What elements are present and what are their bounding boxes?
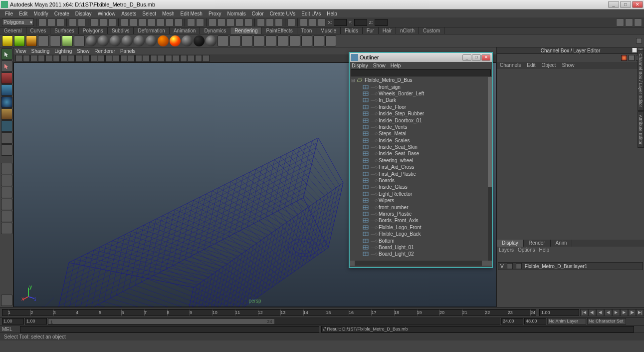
texture-ramp-icon[interactable]: [229, 35, 240, 46]
range-end-field[interactable]: 48.00: [524, 318, 546, 325]
two-pane-v-icon[interactable]: [1, 199, 12, 210]
range-track[interactable]: 124: [48, 319, 500, 325]
menu-editmesh[interactable]: Edit Mesh: [177, 10, 205, 17]
step-fwd-button[interactable]: |▶: [628, 309, 636, 316]
layer-tab-display[interactable]: Display: [497, 240, 524, 247]
soft-mod-tool[interactable]: [1, 132, 12, 144]
play-fwd-button[interactable]: ▶: [612, 309, 620, 316]
texture-checker-icon[interactable]: [241, 35, 252, 46]
light-ambient-icon[interactable]: [50, 35, 61, 46]
outliner-window[interactable]: Outliner _ □ ✕ DisplayShowHelp ⊟Flxible_…: [349, 52, 493, 268]
close-button[interactable]: ✕: [632, 1, 643, 8]
view-tool-22[interactable]: [180, 55, 187, 62]
outliner-item[interactable]: —◇In_Dark: [350, 97, 492, 103]
snap-point-icon[interactable]: [139, 18, 147, 26]
outliner-list[interactable]: ⊟Flxible_Metro_D_Bus —◇front_sign—◇Wheel…: [350, 77, 492, 261]
three-pane-icon[interactable]: [1, 211, 12, 222]
anim-layer-combo[interactable]: No Anim Layer: [547, 318, 586, 325]
layer-tab-anim[interactable]: Anim: [551, 240, 573, 247]
menu-createuvs[interactable]: Create UVs: [267, 10, 299, 17]
light-spot-icon[interactable]: [14, 35, 25, 46]
snap-plane-icon[interactable]: [148, 18, 156, 26]
surface-shader-icon[interactable]: [170, 35, 181, 46]
input-box-icon[interactable]: [257, 18, 265, 26]
scroll-right-icon[interactable]: [482, 261, 487, 266]
phong-shader-icon[interactable]: [110, 35, 121, 46]
view-tool-0[interactable]: [15, 55, 22, 62]
range-start-field[interactable]: 1.00: [2, 318, 24, 325]
quick-select-icon[interactable]: [300, 18, 308, 26]
select-hierarchy-icon[interactable]: [90, 18, 98, 26]
outliner-item[interactable]: —◇Boards: [350, 177, 492, 184]
shelf-tab-rendering[interactable]: Rendering: [230, 27, 262, 34]
layer-menu-layers[interactable]: Layers: [499, 247, 514, 253]
outliner-search[interactable]: [351, 69, 491, 76]
outliner-item[interactable]: —◇Light_Reflector: [350, 191, 492, 197]
outliner-titlebar[interactable]: Outliner _ □ ✕: [350, 53, 492, 62]
view-menu-show[interactable]: Show: [77, 48, 89, 54]
menu-help[interactable]: Help: [324, 10, 340, 17]
view-tool-23[interactable]: [188, 55, 195, 62]
shelf-tab-polygons[interactable]: Polygons: [79, 27, 108, 34]
view-tool-15[interactable]: [128, 55, 135, 62]
outliner-minimize-button[interactable]: _: [462, 54, 471, 61]
use-background-icon[interactable]: [194, 35, 205, 46]
menu-display[interactable]: Display: [72, 10, 95, 17]
side-tab-channelboxlayereditor[interactable]: Channel Box / Layer Editor: [638, 50, 644, 111]
outliner-item[interactable]: —◇Mirrors_Plastic: [350, 211, 492, 217]
ipr-icon[interactable]: [217, 18, 225, 26]
paint-select-tool[interactable]: [1, 72, 12, 84]
undo-icon[interactable]: [69, 18, 77, 26]
playback-start-field[interactable]: 1.00: [25, 318, 47, 325]
shelf-tab-fluids[interactable]: Fluids: [341, 27, 363, 34]
save-scene-icon[interactable]: [56, 18, 64, 26]
outliner-menu-show[interactable]: Show: [373, 63, 386, 68]
light-directional-icon[interactable]: [26, 35, 37, 46]
outliner-item[interactable]: —◇Flxible_Logo_Back: [350, 231, 492, 237]
menu-edit[interactable]: Edit: [16, 10, 30, 17]
character-set-combo[interactable]: No Character Set: [587, 318, 626, 325]
custom-pane-icon[interactable]: [1, 223, 12, 234]
z-field[interactable]: [375, 19, 388, 26]
outliner-item[interactable]: —◇Steering_wheel: [350, 157, 492, 164]
view-tool-9[interactable]: [83, 55, 90, 62]
sidebar-toggle-3-icon[interactable]: [634, 18, 642, 26]
menu-modify[interactable]: Modify: [30, 10, 51, 17]
menu-assets[interactable]: Assets: [118, 10, 139, 17]
menu-window[interactable]: Window: [95, 10, 119, 17]
outliner-menu-display[interactable]: Display: [352, 63, 368, 68]
shelf-tab-muscle[interactable]: Muscle: [316, 27, 341, 34]
view-tool-25[interactable]: [203, 55, 210, 62]
key-fwd-button[interactable]: ▶: [620, 309, 628, 316]
view-tool-13[interactable]: [113, 55, 120, 62]
view-tool-17[interactable]: [143, 55, 150, 62]
step-back-button[interactable]: ◀|: [588, 309, 596, 316]
view-menu-shading[interactable]: Shading: [31, 48, 50, 54]
outliner-hscroll[interactable]: [350, 261, 492, 266]
ocean-shader-icon[interactable]: [206, 35, 216, 46]
channel-tab-channels[interactable]: Channels: [497, 62, 524, 68]
texture-cloth-icon[interactable]: [253, 35, 264, 46]
minimize-button[interactable]: _: [608, 1, 619, 8]
outliner-item[interactable]: —◇Board_Light_02: [350, 251, 492, 257]
layer-color-box[interactable]: [516, 263, 522, 269]
outliner-item[interactable]: —◇Inside_Seat_Base: [350, 150, 492, 157]
view-tool-2[interactable]: [30, 55, 37, 62]
outliner-scrollbar[interactable]: [488, 77, 492, 261]
outliner-item[interactable]: —◇Steps_Metal: [350, 130, 492, 137]
mel-label[interactable]: MEL: [0, 327, 20, 332]
shelf-tab-hair[interactable]: Hair: [379, 27, 396, 34]
scroll-right2-icon[interactable]: [487, 261, 492, 266]
menu-edituvs[interactable]: Edit UVs: [298, 10, 324, 17]
shelf-tab-surfaces[interactable]: Surfaces: [50, 27, 78, 34]
last-tool[interactable]: [1, 295, 12, 306]
menu-color[interactable]: Color: [249, 10, 267, 17]
x-field[interactable]: [334, 19, 347, 26]
outliner-item[interactable]: —◇Inside_Floor: [350, 104, 492, 110]
outliner-item[interactable]: —◇Bords_Front_Axis: [350, 217, 492, 224]
view-tool-12[interactable]: [105, 55, 112, 62]
snap-view-icon[interactable]: [166, 18, 174, 26]
view-tool-8[interactable]: [75, 55, 82, 62]
outliner-close-button[interactable]: ✕: [481, 54, 490, 61]
key-back-button[interactable]: ◀: [596, 309, 604, 316]
